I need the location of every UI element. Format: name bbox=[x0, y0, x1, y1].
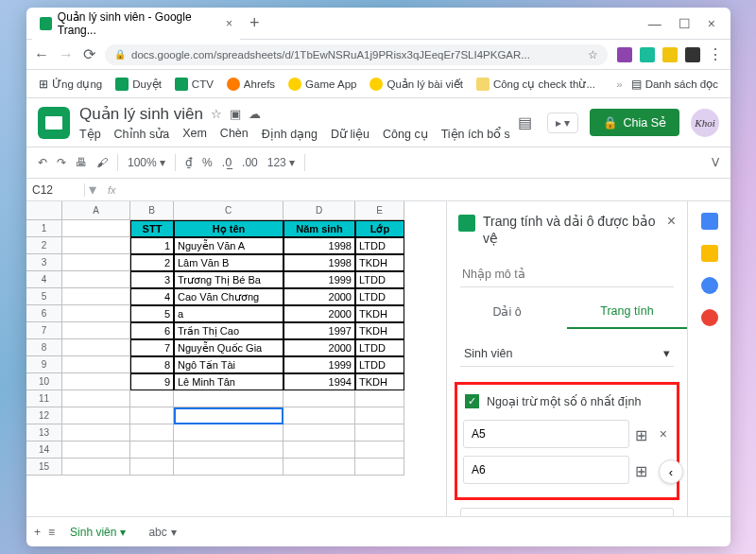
checkbox-checked-icon[interactable]: ✓ bbox=[465, 394, 479, 408]
menu-edit[interactable]: Chỉnh sửa bbox=[114, 127, 170, 141]
ext-icon[interactable] bbox=[617, 47, 632, 62]
keep-icon[interactable] bbox=[701, 245, 718, 262]
reload-icon[interactable]: ⟳ bbox=[83, 45, 95, 63]
menu-insert[interactable]: Chèn bbox=[220, 127, 249, 141]
redo-icon[interactable]: ↷ bbox=[57, 156, 66, 169]
sheet-tab-active[interactable]: Sinh viên ▾ bbox=[62, 523, 133, 542]
forward-icon[interactable]: → bbox=[59, 46, 74, 63]
all-sheets-icon[interactable]: ≡ bbox=[48, 526, 55, 539]
menu-data[interactable]: Dữ liệu bbox=[331, 127, 369, 141]
star-icon[interactable]: ☆ bbox=[211, 107, 222, 121]
maximize-icon[interactable]: ☐ bbox=[679, 16, 691, 31]
menu-bar: Tệp Chỉnh sửa Xem Chèn Định dạng Dữ liệu… bbox=[79, 127, 510, 141]
doc-icon bbox=[476, 78, 490, 91]
tasks-icon[interactable] bbox=[701, 277, 718, 294]
sheets-icon bbox=[175, 78, 188, 91]
paint-icon[interactable]: 🖌 bbox=[96, 156, 108, 169]
browser-tab[interactable]: Quản lý sinh viên - Google Trang... × bbox=[32, 8, 240, 41]
description-input[interactable] bbox=[460, 262, 674, 287]
sheet-tabs: + ≡ Sinh viên ▾ abc ▾ bbox=[26, 516, 730, 546]
move-icon[interactable]: ▣ bbox=[230, 107, 241, 121]
ext-icon[interactable] bbox=[685, 47, 700, 62]
comments-icon[interactable]: ▤ bbox=[513, 112, 536, 134]
range-input[interactable] bbox=[463, 420, 629, 448]
except-section: ✓ Ngoại trừ một số ô nhất định ⊞ × ⊞ × bbox=[455, 382, 679, 500]
sheets-logo[interactable] bbox=[38, 107, 70, 139]
menu-icon[interactable]: ⋮ bbox=[708, 45, 723, 63]
format-select[interactable]: 123 ▾ bbox=[267, 156, 295, 169]
dec-button[interactable]: .0̲ bbox=[222, 156, 232, 169]
doc-header: Quản lý sinh viên ☆ ▣ ☁ Tệp Chỉnh sửa Xe… bbox=[26, 98, 730, 147]
back-icon[interactable]: ← bbox=[34, 46, 49, 63]
bookmarks-bar: ⊞Ứng dụng Duyệt CTV Ahrefs Game App Quản… bbox=[26, 70, 730, 98]
sheet-tab[interactable]: abc ▾ bbox=[141, 523, 183, 542]
remove-range-icon[interactable]: × bbox=[656, 426, 671, 441]
close-icon[interactable]: × bbox=[667, 213, 676, 247]
undo-icon[interactable]: ↶ bbox=[38, 156, 47, 169]
list-icon: ▤ bbox=[631, 78, 642, 91]
tab-range[interactable]: Dải ô bbox=[447, 295, 567, 329]
sheets-icon bbox=[458, 215, 475, 232]
menu-format[interactable]: Định dạng bbox=[262, 127, 318, 141]
titlebar: Quản lý sinh viên - Google Trang... × + … bbox=[26, 8, 730, 40]
lock-icon: 🔒 bbox=[603, 115, 618, 130]
contacts-icon[interactable] bbox=[701, 309, 718, 326]
add-sheet-icon[interactable]: + bbox=[34, 526, 41, 539]
address-bar: ← → ⟳ 🔒 docs.google.com/spreadsheets/d/1… bbox=[26, 40, 730, 70]
ext-icon[interactable] bbox=[640, 47, 655, 62]
fx-label: fx bbox=[100, 184, 124, 196]
doc-title[interactable]: Quản lý sinh viên bbox=[79, 104, 203, 124]
folder-icon bbox=[369, 78, 383, 91]
menu-view[interactable]: Xem bbox=[182, 127, 207, 141]
tab-title: Quản lý sinh viên - Google Trang... bbox=[58, 10, 218, 37]
apps-icon: ⊞ bbox=[39, 78, 48, 91]
minimize-icon[interactable]: — bbox=[648, 16, 662, 31]
menu-addons[interactable]: Tiện ích bổ s bbox=[441, 127, 510, 141]
explore-button[interactable]: ‹ bbox=[659, 459, 683, 484]
close-icon[interactable]: × bbox=[226, 17, 232, 30]
grid-select-icon[interactable]: ⊞ bbox=[635, 462, 650, 477]
except-checkbox-row[interactable]: ✓ Ngoại trừ một số ô nhất định bbox=[463, 390, 671, 412]
menu-file[interactable]: Tệp bbox=[79, 127, 101, 141]
calendar-icon[interactable] bbox=[701, 213, 718, 230]
folder-icon bbox=[288, 78, 301, 91]
namebox[interactable]: C12 bbox=[26, 183, 85, 197]
percent-button[interactable]: % bbox=[202, 156, 213, 169]
cloud-icon[interactable]: ☁ bbox=[249, 107, 261, 121]
share-button[interactable]: 🔒Chia Sẻ bbox=[590, 109, 679, 136]
spreadsheet-grid[interactable]: ABCDE1STTHọ tênNăm sinhLớp21Nguyễn Văn A… bbox=[26, 201, 446, 516]
tab-sheet[interactable]: Trang tính bbox=[567, 295, 687, 329]
toolbar: ↶ ↷ 🖶 🖌 100% ▾ ₫ % .0̲ .00 123 ▾ ᐯ bbox=[26, 147, 730, 179]
new-tab-button[interactable]: + bbox=[249, 13, 260, 33]
bookmark-item[interactable]: Quản lý bài viết bbox=[365, 75, 467, 94]
bookmark-item[interactable]: Ahrefs bbox=[222, 75, 280, 94]
currency-button[interactable]: ₫ bbox=[185, 156, 193, 169]
dec2-button[interactable]: .00 bbox=[242, 156, 258, 169]
url-field[interactable]: 🔒 docs.google.com/spreadsheets/d/1TbEwNS… bbox=[105, 44, 608, 65]
print-icon[interactable]: 🖶 bbox=[76, 156, 87, 169]
bookmark-item[interactable]: Công cụ check thừ... bbox=[472, 75, 600, 94]
meet-button[interactable]: ▸ ▾ bbox=[547, 113, 578, 133]
sheets-icon bbox=[115, 78, 129, 91]
namebox-row: C12 ▾ fx bbox=[26, 179, 730, 201]
star-icon[interactable]: ☆ bbox=[588, 48, 598, 61]
grid-select-icon[interactable]: ⊞ bbox=[635, 426, 650, 441]
close-window-icon[interactable]: × bbox=[708, 16, 715, 31]
reading-list[interactable]: ▤Danh sách đọc bbox=[627, 75, 723, 94]
bookmark-item[interactable]: Game App bbox=[284, 75, 361, 94]
more-toolbar-icon[interactable]: ᐯ bbox=[712, 156, 719, 169]
zoom-select[interactable]: 100% ▾ bbox=[128, 156, 165, 169]
menu-tools[interactable]: Công cụ bbox=[383, 127, 428, 141]
sheet-select[interactable]: Sinh viên ▾ bbox=[460, 340, 674, 367]
avatar[interactable]: Khoi bbox=[691, 109, 719, 137]
add-range-button[interactable]: Thêm phạm vi khác bbox=[460, 508, 674, 516]
sheets-icon bbox=[40, 17, 52, 30]
panel-title: Trang tính và dải ô được bảo vệ bbox=[483, 213, 660, 247]
chevron-down-icon: ▾ bbox=[663, 346, 670, 360]
bookmark-item[interactable]: ⊞Ứng dụng bbox=[34, 75, 107, 94]
ext-icon[interactable] bbox=[662, 47, 678, 62]
bookmark-item[interactable]: CTV bbox=[170, 75, 218, 94]
range-input[interactable] bbox=[463, 456, 629, 484]
bookmark-item[interactable]: Duyệt bbox=[111, 75, 166, 94]
ahrefs-icon bbox=[227, 78, 240, 91]
